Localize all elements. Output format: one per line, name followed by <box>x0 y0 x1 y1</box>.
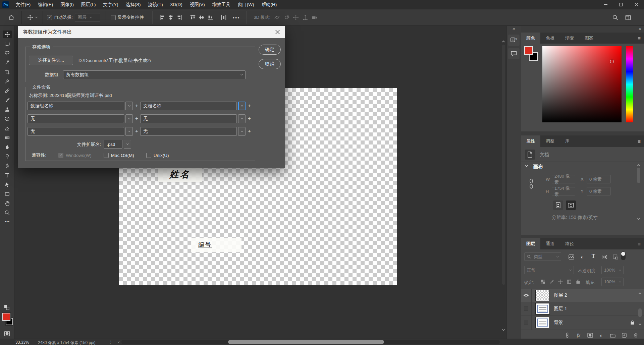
menu-window[interactable]: 窗口(W) <box>234 0 258 9</box>
filter-shape-layers-icon[interactable] <box>600 253 608 261</box>
naming-field-2-right-chevron[interactable] <box>238 114 246 123</box>
maximize-icon[interactable] <box>613 0 629 9</box>
scroll-left-icon[interactable]: ‹ <box>118 339 120 345</box>
visibility-toggle[interactable] <box>521 315 532 330</box>
extension-chevron[interactable] <box>124 140 131 149</box>
panel-menu-icon[interactable]: ≡ <box>638 35 641 41</box>
naming-field-1-right[interactable]: 文档名称 <box>140 102 237 110</box>
menu-file[interactable]: 文件(F) <box>12 0 34 9</box>
menu-image[interactable]: 图像(I) <box>57 0 77 9</box>
color-picker-marker[interactable] <box>610 60 614 63</box>
brush-tool[interactable] <box>3 96 12 104</box>
number-text-layer[interactable]: 编号 <box>191 238 241 252</box>
marquee-tool[interactable] <box>3 40 12 47</box>
zoom-tool[interactable] <box>3 209 12 216</box>
scrollbar-thumb[interactable] <box>637 168 640 183</box>
show-transform-checkbox[interactable] <box>111 15 116 20</box>
move-tool-options-icon[interactable] <box>26 12 39 23</box>
choose-folder-button[interactable]: 选择文件夹... <box>29 56 73 65</box>
naming-field-2-right[interactable]: 无 <box>140 114 237 123</box>
layer-thumbnail[interactable] <box>536 290 549 301</box>
unix-checkbox[interactable] <box>146 153 151 158</box>
quick-mask-icon[interactable] <box>4 330 10 337</box>
ok-button[interactable]: 确定 <box>259 45 281 55</box>
macos-checkbox[interactable] <box>104 153 109 158</box>
hue-slider[interactable] <box>626 46 633 122</box>
clone-stamp-tool[interactable] <box>3 106 12 113</box>
tab-gradients[interactable]: 渐变 <box>560 33 579 44</box>
landscape-orientation-button[interactable] <box>566 200 576 210</box>
align-center-horizontal-icon[interactable] <box>166 12 175 23</box>
x-field[interactable]: 0 像素 <box>587 175 611 183</box>
link-dimensions-icon[interactable] <box>529 177 534 192</box>
layer-name[interactable]: 图层 2 <box>554 292 567 298</box>
eyedropper-tool[interactable] <box>3 77 12 85</box>
quick-selection-tool[interactable] <box>3 59 12 66</box>
minimize-icon[interactable] <box>598 0 613 9</box>
lasso-tool[interactable] <box>3 49 12 57</box>
naming-field-2-left[interactable]: 无 <box>28 114 124 123</box>
saturation-brightness-field[interactable] <box>542 46 622 122</box>
menu-3d[interactable]: 3D(D) <box>167 0 186 9</box>
workspace-switcher-icon[interactable] <box>624 12 633 23</box>
lock-all-icon[interactable] <box>575 278 581 285</box>
naming-field-1-left-chevron[interactable] <box>125 102 133 110</box>
blur-tool[interactable] <box>3 143 12 151</box>
panel-menu-icon[interactable]: ≡ <box>638 138 641 144</box>
layer-effects-icon[interactable]: fx <box>575 332 582 338</box>
scroll-up-icon[interactable] <box>637 164 640 167</box>
naming-field-3-left-chevron[interactable] <box>125 127 133 136</box>
tab-layers[interactable]: 图层 <box>521 238 540 249</box>
layer-row[interactable]: 图层 1 <box>521 302 644 315</box>
dodge-tool[interactable] <box>3 153 12 160</box>
align-right-icon[interactable] <box>175 12 184 23</box>
scroll-up-icon[interactable] <box>502 41 505 43</box>
width-field[interactable]: 2480 像素 <box>552 175 575 183</box>
filter-type-layers-icon[interactable]: T <box>589 252 597 260</box>
blend-mode-dropdown[interactable]: 正常 <box>524 266 574 274</box>
tab-channels[interactable]: 通道 <box>540 238 560 249</box>
layer-filter-dropdown[interactable]: 类型 <box>524 252 561 261</box>
status-flyout-chevron-icon[interactable]: 〉 <box>110 340 114 345</box>
tab-properties[interactable]: 属性 <box>521 135 540 147</box>
move-tool[interactable] <box>3 31 12 38</box>
3d-roll-icon[interactable] <box>282 12 291 23</box>
foreground-color-swatch[interactable] <box>2 313 10 321</box>
naming-field-3-right-chevron[interactable] <box>238 127 246 136</box>
rectangle-tool[interactable] <box>3 190 12 197</box>
align-middle-vertical-icon[interactable] <box>197 12 206 23</box>
pen-tool[interactable] <box>3 162 12 169</box>
cancel-button[interactable]: 取消 <box>259 59 281 69</box>
menu-select[interactable]: 选择(S) <box>122 0 145 9</box>
gradient-tool[interactable] <box>3 134 12 141</box>
align-top-icon[interactable] <box>189 12 197 23</box>
tab-swatches[interactable]: 色板 <box>540 33 560 44</box>
layer-mask-icon[interactable] <box>586 332 594 338</box>
name-text-layer[interactable]: 姓名 <box>158 167 202 182</box>
tab-paths[interactable]: 路径 <box>560 238 579 249</box>
color-foreground-swatch[interactable] <box>524 46 533 55</box>
opacity-field[interactable]: 100% <box>601 266 624 274</box>
adjustment-layer-icon[interactable]: ◐ <box>598 332 605 338</box>
collapse-dock-icon[interactable]: « <box>639 26 641 32</box>
layer-thumbnail[interactable] <box>536 303 549 314</box>
fill-field[interactable]: 100% <box>601 278 624 286</box>
delete-layer-icon[interactable] <box>632 332 639 338</box>
zoom-level[interactable]: 33.33% <box>15 340 29 345</box>
new-layer-icon[interactable] <box>621 332 628 338</box>
filter-adjustment-layers-icon[interactable]: ◐ <box>578 253 586 261</box>
scroll-down-icon[interactable] <box>502 328 505 331</box>
history-brush-tool[interactable] <box>3 115 12 122</box>
search-icon[interactable] <box>611 12 620 23</box>
dataset-dropdown[interactable]: 所有数据组 <box>63 70 246 79</box>
scrollbar-thumb[interactable] <box>228 340 384 344</box>
naming-field-2-left-chevron[interactable] <box>125 114 133 123</box>
tab-libraries[interactable]: 库 <box>560 135 575 147</box>
filter-pixel-layers-icon[interactable] <box>567 253 575 261</box>
3d-orbit-icon[interactable] <box>272 12 282 23</box>
menu-type[interactable]: 文字(Y) <box>100 0 122 9</box>
tab-color[interactable]: 颜色 <box>521 33 540 44</box>
scrollbar-thumb[interactable] <box>638 308 642 317</box>
menu-layer[interactable]: 图层(L) <box>77 0 100 9</box>
portrait-orientation-button[interactable] <box>553 200 563 210</box>
